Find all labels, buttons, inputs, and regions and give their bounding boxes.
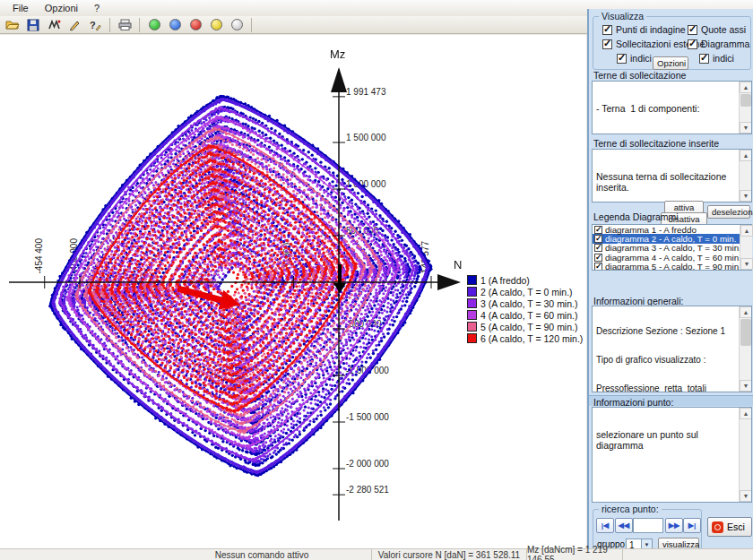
scroll-down-icon[interactable]: ▼ <box>740 380 752 392</box>
checkbox-indici-sollecitazioni[interactable]: indici <box>617 53 652 64</box>
checkbox-icon[interactable] <box>594 244 602 252</box>
toolbar-separator <box>109 18 110 32</box>
list-item-diagramma-3[interactable]: diagramma 3 - A caldo, T = 30 min. <box>593 244 751 253</box>
edit-pencil-icon[interactable] <box>65 17 83 33</box>
plot-legend-row: 4 (A caldo, T = 60 min.) <box>467 309 583 321</box>
first-point-button[interactable]: |◀ <box>596 518 614 533</box>
scrollbar[interactable]: ▲ ▼ <box>739 82 751 134</box>
next-point-button[interactable]: ▶▶ <box>665 518 683 533</box>
visualizza-title: Visualizza <box>599 11 646 22</box>
section-icon[interactable] <box>45 17 63 33</box>
terne-inserite-listbox[interactable]: Nessuna terna di sollecitazione inserita… <box>592 149 752 202</box>
legend-swatch <box>467 275 477 285</box>
checkbox-quote-assi[interactable]: Quote assi <box>688 24 746 35</box>
green-ball-icon[interactable] <box>145 17 163 33</box>
list-item-diagramma-1[interactable]: diagramma 1 - A freddo <box>593 225 751 234</box>
checkbox-icon[interactable] <box>594 254 602 262</box>
deseleziona-button[interactable]: deseleziona <box>707 205 750 219</box>
scroll-up-icon[interactable]: ▲ <box>740 225 753 237</box>
checkbox-indici-diagramma[interactable]: indici <box>699 53 734 64</box>
help-edit-icon[interactable]: ? <box>86 17 104 33</box>
checkbox-label: Diagramma <box>701 39 749 49</box>
scroll-up-icon[interactable]: ▲ <box>740 306 752 318</box>
list-item-diagramma-5[interactable]: diagramma 5 - A caldo, T = 90 min. <box>593 263 751 271</box>
status-empty <box>623 549 753 560</box>
checkbox-icon[interactable] <box>594 226 602 234</box>
list-item-label: diagramma 5 - A caldo, T = 90 min. <box>605 262 741 271</box>
legend-swatch <box>467 298 477 308</box>
checkbox-icon[interactable] <box>688 39 697 49</box>
legend-label: 6 (A caldo, T = 120 min.) <box>480 333 583 344</box>
save-icon[interactable] <box>24 17 42 33</box>
list-item-diagramma-4[interactable]: diagramma 4 - A caldo, T = 60 min. <box>593 253 751 262</box>
svg-text:?: ? <box>90 20 96 30</box>
scroll-down-icon[interactable]: ▼ <box>740 490 752 502</box>
toolbar-separator <box>139 18 140 32</box>
scrollbar[interactable]: ▲ ▼ <box>739 150 751 202</box>
plot-legend: 1 (A freddo)2 (A caldo, T = 0 min.)3 (A … <box>465 273 584 345</box>
info-generali-listbox[interactable]: Descrizione Sezione : Sezione 1 Tipo di … <box>592 306 752 392</box>
checkbox-diagramma[interactable]: Diagramma <box>688 39 749 49</box>
scrollbar[interactable]: ▲ ▼ <box>739 408 751 502</box>
menu-opzioni[interactable]: Opzioni <box>38 1 85 15</box>
esci-button[interactable]: Esci <box>707 517 752 537</box>
info-punto-listbox[interactable]: selezionare un punto sul diagramma ▲ ▼ <box>592 407 752 503</box>
scroll-thumb[interactable] <box>740 94 751 107</box>
scroll-up-icon[interactable]: ▲ <box>740 82 752 93</box>
plot-legend-row: 6 (A caldo, T = 120 min.) <box>467 332 583 344</box>
scroll-down-icon[interactable]: ▼ <box>740 258 753 270</box>
yellow-ball-icon[interactable] <box>207 17 225 33</box>
checkbox-icon[interactable] <box>602 25 612 35</box>
scroll-up-icon[interactable]: ▲ <box>740 408 752 419</box>
prev-point-button[interactable]: ◀◀ <box>615 518 633 533</box>
print-icon[interactable] <box>116 17 134 33</box>
diagram-plot-area: 1 991 4731 500 0001 000 000500 000-500 0… <box>0 35 586 548</box>
x-axis-title: N <box>454 258 462 271</box>
terne-inserite-title: Terne di sollecitazione inserite <box>593 138 719 149</box>
plot-legend-row: 3 (A caldo, T = 30 min.) <box>467 297 583 309</box>
scroll-up-icon[interactable]: ▲ <box>740 150 752 161</box>
status-command: Nessun comando attivo <box>0 549 372 560</box>
blue-ball-icon[interactable] <box>166 17 184 33</box>
checkbox-icon[interactable] <box>594 235 602 243</box>
menu-file[interactable]: File <box>5 1 36 15</box>
ricerca-punto-title: ricerca punto: <box>599 504 662 514</box>
list-item-label: diagramma 2 - A caldo, T = 0 min. <box>605 234 736 244</box>
plot-legend-row: 1 (A freddo) <box>467 274 583 286</box>
legend-swatch <box>467 287 477 297</box>
list-item-label: diagramma 1 - A freddo <box>605 225 697 235</box>
status-bar: Nessun comando attivo Valori cursore N [… <box>0 548 753 560</box>
scroll-down-icon[interactable]: ▼ <box>740 122 752 134</box>
list-item-diagramma-2[interactable]: diagramma 2 - A caldo, T = 0 min. <box>593 234 751 243</box>
legend-swatch <box>467 310 477 320</box>
info-punto-header: Informazioni punto: <box>589 395 753 406</box>
scroll-thumb[interactable] <box>740 319 751 346</box>
esci-label: Esci <box>727 521 745 532</box>
scrollbar[interactable]: ▲ ▼ <box>739 306 751 392</box>
terne-title: Terne di sollecitazione <box>593 70 686 81</box>
toolbar-separator <box>251 18 252 32</box>
open-file-icon[interactable] <box>4 17 22 33</box>
last-point-button[interactable]: ▶| <box>683 518 701 533</box>
checkbox-icon[interactable] <box>617 54 627 64</box>
visualizza-groupbox: Visualizza Punti di indagine Quote assi … <box>593 16 751 70</box>
opzioni-button[interactable]: Opzioni <box>653 56 688 70</box>
terne-listbox[interactable]: - Terna 1 di componenti: My= 420 Mz= -78… <box>592 81 752 134</box>
status-cursor-mz: Mz [daNcm] = 1 219 146.55 <box>527 549 623 560</box>
exit-icon <box>712 521 723 533</box>
gray-ball-icon[interactable] <box>228 17 246 33</box>
ricerca-punto-input[interactable] <box>633 518 663 533</box>
menu-help[interactable]: ? <box>87 1 107 15</box>
checkbox-punti-di-indagine[interactable]: Punti di indagine <box>602 24 686 35</box>
checkbox-icon[interactable] <box>699 54 709 64</box>
checkbox-icon[interactable] <box>688 25 697 35</box>
checkbox-label: indici <box>713 53 734 64</box>
info-line: Pressoflessione_retta_totali <box>596 384 737 392</box>
scroll-down-icon[interactable]: ▼ <box>740 190 752 202</box>
checkbox-icon[interactable] <box>594 263 602 271</box>
legenda-diagrammi-list[interactable]: diagramma 1 - A freddo diagramma 2 - A c… <box>592 224 752 271</box>
legend-swatch <box>467 333 477 343</box>
checkbox-icon[interactable] <box>602 39 612 49</box>
red-ball-icon[interactable] <box>186 17 204 33</box>
scrollbar[interactable]: ▲ ▼ <box>740 225 752 270</box>
